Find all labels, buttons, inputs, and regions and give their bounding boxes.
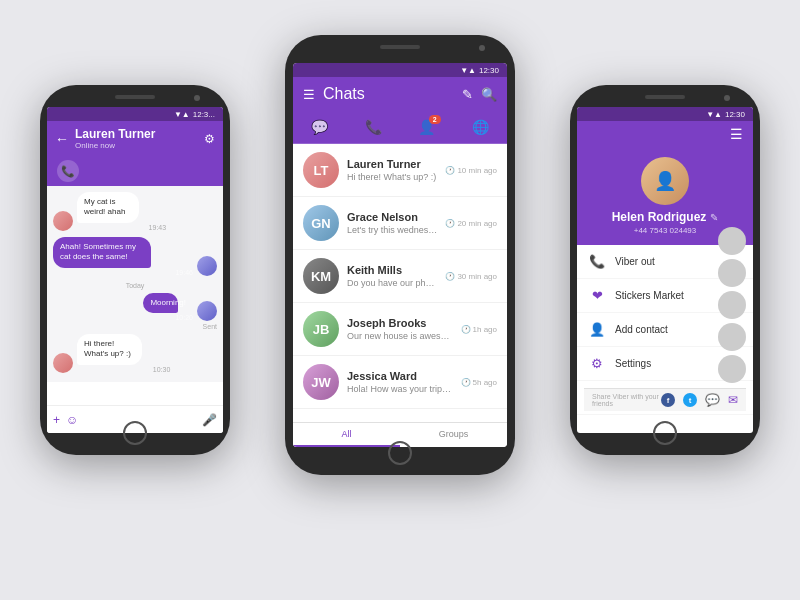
- share-icons: f t 💬 ✉: [661, 393, 738, 407]
- center-time: 12:30: [479, 66, 499, 75]
- msg-bubble-3: Moorning!: [143, 293, 178, 313]
- chat-time-keith: 🕐30 min ago: [445, 272, 497, 281]
- chat-settings-icon[interactable]: ⚙: [204, 132, 215, 146]
- phone-right: ▼▲ 12:30 ☰ 👤 Helen Rodriguez ✎ +44 7543 …: [570, 85, 760, 455]
- call-bar: 📞: [47, 156, 223, 186]
- viber-out-icon: 📞: [589, 254, 605, 269]
- side-avatar-3: [718, 291, 746, 319]
- tab-groups[interactable]: Groups: [400, 423, 507, 447]
- chat-info-keith: Keith Mills Do you have our photos from …: [347, 264, 437, 288]
- viber-share-icon[interactable]: 💬: [705, 393, 720, 407]
- msg-text-1: My cat is weird! ahah: [84, 197, 125, 216]
- right-camera: [724, 95, 730, 101]
- tab-more[interactable]: 🌐: [454, 111, 508, 143]
- chat-time-lauren: 🕐10 min ago: [445, 166, 497, 175]
- left-home-button[interactable]: [123, 421, 147, 445]
- tab-calls[interactable]: 📞: [347, 111, 401, 143]
- right-home-button[interactable]: [653, 421, 677, 445]
- side-avatar-1: [718, 227, 746, 255]
- email-share-icon[interactable]: ✉: [728, 393, 738, 407]
- chat-item-keith[interactable]: KM Keith Mills Do you have our photos fr…: [293, 250, 507, 303]
- search-icon[interactable]: 🔍: [481, 87, 497, 102]
- center-camera: [479, 45, 485, 51]
- message-4: Hi there! What's up? :) 10:30: [53, 334, 217, 373]
- messages-area: My cat is weird! ahah 19:43 Ahah! Someti…: [47, 186, 223, 382]
- center-speaker: [380, 45, 420, 49]
- chat-item-grace[interactable]: GN Grace Nelson Let's try this wednesday…: [293, 197, 507, 250]
- chat-name-keith: Keith Mills: [347, 264, 437, 276]
- chat-info-jessica: Jessica Ward Hola! How was your trip to …: [347, 370, 453, 394]
- profile-phone: +44 7543 024493: [634, 226, 697, 235]
- msg-avatar-lt: [53, 211, 73, 231]
- share-bar: Share Viber with your friends f t 💬 ✉: [584, 388, 746, 411]
- msg-time-1: 19:43: [77, 224, 166, 231]
- left-camera: [194, 95, 200, 101]
- msg-bubble-1: My cat is weird! ahah: [77, 192, 139, 223]
- profile-edit-icon[interactable]: ✎: [710, 212, 718, 223]
- chat-contact-status: Online now: [75, 141, 198, 150]
- msg-avatar-self-2: [197, 301, 217, 321]
- avatar-jessica: JW: [303, 364, 339, 400]
- share-text: Share Viber with your friends: [592, 393, 661, 407]
- avatar-keith: KM: [303, 258, 339, 294]
- chat-item-jessica[interactable]: JW Jessica Ward Hola! How was your trip …: [293, 356, 507, 409]
- stickers-label: Stickers Market: [615, 290, 684, 301]
- message-3: Moorning! 10:20: [53, 293, 217, 321]
- side-avatar-2: [718, 259, 746, 287]
- msg-time-3: 10:20: [143, 314, 193, 321]
- phone-left: ▼▲ 12:3... ← Lauren Turner Online now ⚙ …: [40, 85, 230, 455]
- chat-item-lauren[interactable]: LT Lauren Turner Hi there! What's up? :)…: [293, 144, 507, 197]
- tab-all[interactable]: All: [293, 423, 400, 447]
- avatar-joseph: JB: [303, 311, 339, 347]
- msg-text-3: Moorning!: [150, 298, 186, 307]
- avatar-grace: GN: [303, 205, 339, 241]
- chat-tab-icon: 💬: [311, 119, 328, 135]
- navigation-tabs: 💬 📞 👤 2 🌐: [293, 111, 507, 144]
- clock-icon-2: 🕐: [445, 219, 455, 228]
- chat-header: ← Lauren Turner Online now ⚙: [47, 121, 223, 156]
- add-media-icon[interactable]: +: [53, 413, 60, 427]
- left-status-bar: ▼▲ 12:3...: [47, 107, 223, 121]
- right-screen: ▼▲ 12:30 ☰ 👤 Helen Rodriguez ✎ +44 7543 …: [577, 107, 753, 433]
- viber-out-label: Viber out: [615, 256, 655, 267]
- add-contact-label: Add contact: [615, 324, 668, 335]
- chat-name-jessica: Jessica Ward: [347, 370, 453, 382]
- call-icon: 📞: [61, 165, 75, 178]
- mic-icon[interactable]: 🎤: [202, 413, 217, 427]
- chat-info-grace: Grace Nelson Let's try this wednesday...…: [347, 211, 437, 235]
- right-signal: ▼▲: [706, 110, 722, 119]
- tab-chats[interactable]: 💬: [293, 111, 347, 143]
- chat-preview-jessica: Hola! How was your trip to Dominican Rep…: [347, 384, 453, 394]
- edit-icon[interactable]: ✎: [462, 87, 473, 102]
- chat-preview-keith: Do you have our photos from the nye?: [347, 278, 437, 288]
- profile-avatar: 👤: [641, 157, 689, 205]
- call-tab-icon: 📞: [365, 119, 382, 135]
- twitter-icon[interactable]: t: [683, 393, 697, 407]
- chat-time-jessica: 🕐5h ago: [461, 378, 497, 387]
- msg-avatar-self: [197, 256, 217, 276]
- msg-text-2: Ahah! Sometimes my cat does the same!: [60, 242, 136, 261]
- chat-name-grace: Grace Nelson: [347, 211, 437, 223]
- app-title: Chats: [323, 85, 454, 103]
- left-time: 12:3...: [193, 110, 215, 119]
- back-button[interactable]: ←: [55, 131, 69, 147]
- emoji-icon[interactable]: ☺: [66, 413, 78, 427]
- stickers-icon: ❤: [589, 288, 605, 303]
- add-contact-icon: 👤: [589, 322, 605, 337]
- msg-avatar-lt-2: [53, 353, 73, 373]
- settings-icon: ⚙: [589, 356, 605, 371]
- call-button[interactable]: 📞: [57, 160, 79, 182]
- left-speaker: [115, 95, 155, 99]
- center-home-button[interactable]: [388, 441, 412, 465]
- right-menu-icon[interactable]: ☰: [730, 126, 743, 142]
- chat-name-joseph: Joseph Brooks: [347, 317, 453, 329]
- side-avatar-5: [718, 355, 746, 383]
- menu-icon[interactable]: ☰: [303, 87, 315, 102]
- chat-item-joseph[interactable]: JB Joseph Brooks Our new house is awesom…: [293, 303, 507, 356]
- side-avatar-4: [718, 323, 746, 351]
- chat-name-lauren: Lauren Turner: [347, 158, 437, 170]
- msg-bubble-4: Hi there! What's up? :): [77, 334, 142, 365]
- facebook-icon[interactable]: f: [661, 393, 675, 407]
- chat-list: LT Lauren Turner Hi there! What's up? :)…: [293, 144, 507, 409]
- tab-contacts[interactable]: 👤 2: [400, 111, 454, 143]
